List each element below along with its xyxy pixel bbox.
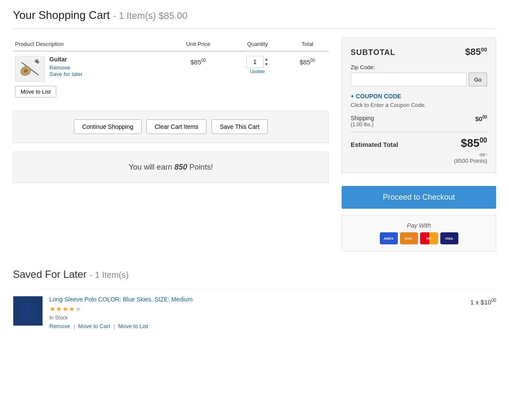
shipping-label: Shipping [351,115,374,122]
coupon-sub: Click to Enter a Coupon Code. [351,102,487,108]
quantity-cell: ▲ ▼ Update [229,51,286,102]
saved-item-row: Long Sleeve Polo COLOR: Blue Skies, SIZE… [13,289,496,336]
total-cell: $8500 [286,51,329,102]
quantity-input[interactable] [246,56,264,68]
svg-rect-8 [21,312,35,321]
product-cell: Guitar Remove Save for later Move to Lis… [13,51,167,102]
product-details: Guitar Remove Save for later [49,56,82,77]
saved-move-to-list-link[interactable]: Move to List [118,323,148,329]
saved-item-info: Long Sleeve Polo COLOR: Blue Skies, SIZE… [49,296,464,329]
page-title: Your Shopping Cart - 1 Item(s) $85.00 [13,9,496,22]
amex-card-icon: AMEX [380,232,398,244]
shipping-info: Shipping (1.00 lbs.) [351,115,374,128]
zip-row: Go [351,73,487,86]
remove-link[interactable]: Remove [49,64,82,71]
est-total-label: Estimated Total [351,141,398,148]
title-divider [13,28,496,29]
discover-card-icon: DISC [400,232,418,244]
cart-section: Product Description Unit Price Quantity … [13,37,329,183]
main-layout: Product Description Unit Price Quantity … [13,37,496,251]
move-to-list-button[interactable]: Move to List [15,86,56,97]
go-button[interactable]: Go [469,73,487,86]
star-3: ★ [62,305,68,313]
star-1: ★ [49,305,55,313]
star-2: ★ [56,305,62,313]
total-dollars: $85 [300,58,310,66]
subtotal-label: SUBTOTAL [351,48,395,57]
points-message-suffix: Points! [187,163,213,171]
update-label[interactable]: Update [250,69,265,74]
quantity-wrapper: ▲ ▼ Update [246,56,269,74]
pay-with-box: Pay With AMEX DISC MC VISA [342,215,496,251]
save-cart-button[interactable]: Save This Cart [212,119,267,134]
or-points: -or- (8500 Points) [351,151,487,164]
svg-line-4 [21,62,23,64]
quantity-arrows: ▲ ▼ [264,57,269,67]
quantity-up-arrow[interactable]: ▲ [264,57,269,62]
subtotal-amount: $8500 [465,46,487,58]
col-product: Product Description [13,37,167,51]
shipping-amount: $000 [475,115,487,122]
points-value: 850 [174,163,187,171]
separator-1: | [73,323,75,329]
polo-shirt-icon [17,299,39,323]
continue-shopping-button[interactable]: Continue Shopping [74,119,141,134]
subtotal-header: SUBTOTAL $8500 [351,46,487,58]
product-name: Guitar [49,56,82,63]
unit-price-cents: 00 [201,58,206,63]
saved-title: Saved For Later - 1 Item(s) [13,268,496,280]
unit-price-dollars: $85 [191,58,201,66]
col-total: Total [286,37,329,51]
or-label: -or- [351,151,487,158]
mastercard-icon: MC [420,232,438,244]
product-image [15,56,45,82]
points-message-prefix: You will earn [129,163,174,171]
unit-price-cell: $8500 [167,51,229,102]
sidebar: SUBTOTAL $8500 Zip Code: Go + COUPON COD… [342,37,496,251]
clear-cart-button[interactable]: Clear Cart Items [146,119,206,134]
saved-remove-link[interactable]: Remove [49,323,70,329]
saved-item-links: Remove | Move to Cart | Move to List [49,323,464,329]
guitar-icon [17,58,43,79]
points-label: (8500 Points) [351,158,487,164]
est-total-amount: $8500 [461,137,487,150]
in-stock-label: In Stock [49,315,464,321]
quantity-down-arrow[interactable]: ▼ [264,62,269,67]
svg-point-5 [35,61,36,62]
product-info: Guitar Remove Save for later [15,56,165,82]
shipping-sub: (1.00 lbs.) [351,122,374,128]
col-unit-price: Unit Price [167,37,229,51]
saved-move-to-cart-link[interactable]: Move to Cart [78,323,110,329]
saved-item-name[interactable]: Long Sleeve Polo COLOR: Blue Skies, SIZE… [49,296,464,303]
zip-input[interactable] [351,73,467,86]
shipping-row: Shipping (1.00 lbs.) $000 [351,115,487,128]
cart-actions: Continue Shopping Clear Cart Items Save … [13,110,329,143]
saved-item-image [13,296,43,326]
save-for-later-link[interactable]: Save for later [49,71,82,77]
svg-point-6 [36,61,38,63]
saved-qty: 1 x [470,298,481,306]
subtotal-box: SUBTOTAL $8500 Zip Code: Go + COUPON COD… [342,37,496,173]
cart-table: Product Description Unit Price Quantity … [13,37,329,102]
zip-label: Zip Code: [351,64,487,70]
checkout-button[interactable]: Proceed to Checkout [342,186,496,209]
star-4: ★ [69,305,75,313]
pay-with-label: Pay With [348,222,489,229]
sidebar-divider [351,132,487,132]
saved-item-price: 1 x $1000 [470,296,496,306]
coupon-link[interactable]: + COUPON CODE [351,93,487,100]
estimated-total-row: Estimated Total $8500 [351,137,487,150]
separator-2: | [113,323,115,329]
points-box: You will earn 850 Points! [13,152,329,183]
star-rating: ★ ★ ★ ★ ★ [49,305,464,313]
visa-card-icon: VISA [440,232,458,244]
star-5: ★ [75,305,81,313]
col-quantity: Quantity [229,37,286,51]
total-cents: 00 [310,58,315,63]
card-icons: AMEX DISC MC VISA [348,232,489,244]
cart-item-row: Guitar Remove Save for later Move to Lis… [13,51,329,102]
saved-for-later-section: Saved For Later - 1 Item(s) Long Sleeve … [13,268,496,336]
quantity-input-row: ▲ ▼ [246,56,269,68]
